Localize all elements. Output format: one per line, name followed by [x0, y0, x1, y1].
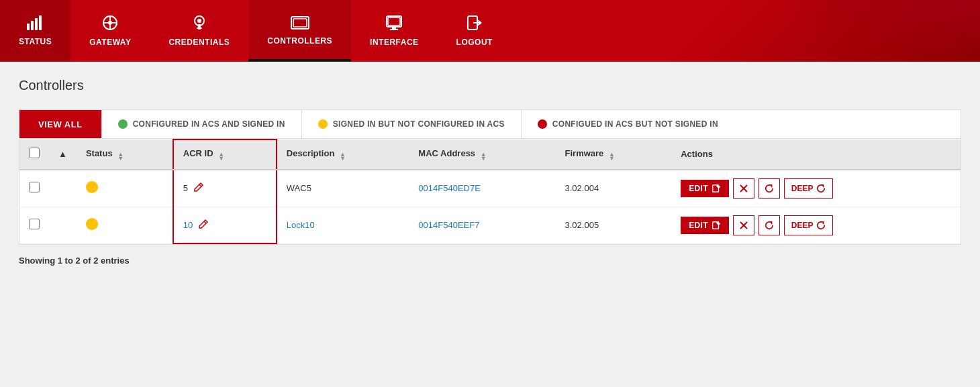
nav-item-gateway[interactable]: GATEWAY: [70, 0, 150, 62]
filter-label-signed-not-configured: SIGNED IN BUT NOT CONFIGURED IN ACS: [333, 119, 505, 129]
svg-rect-12: [293, 19, 307, 27]
td-firmware-0: 3.02.004: [556, 170, 672, 207]
th-status[interactable]: Status ▲▼: [77, 140, 173, 170]
firmware-sort-icon: ▲▼: [609, 152, 615, 161]
edit-button-1[interactable]: EDIT: [681, 217, 729, 234]
td-status-0: [77, 170, 173, 207]
mac-value-1[interactable]: 0014F540EEF7: [418, 220, 479, 230]
table-row: 10 Lock10 0014F54: [19, 207, 961, 243]
delete-button-1[interactable]: [733, 215, 754, 235]
td-checkbox-1: [19, 207, 49, 243]
deep-button-1[interactable]: DEEP: [784, 215, 834, 235]
svg-rect-16: [390, 29, 398, 30]
td-description-1: Lock10: [277, 207, 409, 243]
dot-red-icon: [538, 119, 547, 129]
deep-button-0[interactable]: DEEP: [784, 178, 834, 199]
controllers-table: ▲ Status ▲▼ ACR ID ▲▼ Description ▲▼: [19, 139, 961, 244]
edit-label-0: EDIT: [689, 184, 708, 193]
row-checkbox-0[interactable]: [29, 182, 40, 192]
nav-label-status: STATUS: [19, 37, 52, 46]
td-description-0: WAC5: [277, 170, 409, 207]
table-wrapper: ▲ Status ▲▼ ACR ID ▲▼ Description ▲▼: [19, 139, 961, 245]
reset-button-0[interactable]: [758, 178, 780, 199]
showing-text: Showing 1 to 2 of 2 entries: [19, 256, 961, 266]
master-checkbox[interactable]: [29, 148, 40, 158]
filter-bar: VIEW ALL CONFIGURED IN ACS AND SIGNED IN…: [19, 109, 961, 139]
description-sort-icon: ▲▼: [340, 152, 346, 161]
mac-sort-icon: ▲▼: [481, 152, 487, 161]
firmware-value-1: 3.02.005: [565, 220, 599, 230]
td-status-1: [77, 207, 173, 243]
td-firmware-1: 3.02.005: [556, 207, 672, 243]
acr-edit-icon-0[interactable]: [193, 182, 204, 195]
controllers-icon: [291, 16, 309, 32]
td-actions-1: EDIT: [671, 207, 961, 243]
status-sort-icon: ▲▼: [117, 152, 124, 161]
nav-item-interface[interactable]: INTERFACE: [351, 0, 438, 62]
th-firmware[interactable]: Firmware ▲▼: [556, 140, 672, 170]
edit-button-0[interactable]: EDIT: [681, 180, 729, 197]
filter-segment-signed-not-configured[interactable]: SIGNED IN BUT NOT CONFIGURED IN ACS: [301, 110, 521, 138]
nav-item-logout[interactable]: LOGOUT: [438, 0, 511, 62]
th-acr-id[interactable]: ACR ID ▲▼: [173, 140, 277, 170]
dot-yellow-icon: [318, 119, 328, 129]
sort-up-icon: ▲: [58, 149, 67, 159]
gateway-icon: [102, 15, 118, 34]
td-actions-0: EDIT: [671, 170, 961, 207]
reset-button-1[interactable]: [758, 215, 780, 235]
td-mac-1: 0014F540EEF7: [409, 207, 555, 243]
svg-rect-14: [388, 17, 400, 25]
description-value-0: WAC5: [287, 183, 311, 193]
nav-label-logout: LOGOUT: [456, 38, 493, 47]
th-master-checkbox: [19, 140, 49, 170]
svg-point-7: [108, 21, 112, 25]
deep-label-0: DEEP: [791, 184, 814, 193]
th-sort[interactable]: ▲: [49, 140, 77, 170]
td-empty-1: [49, 207, 77, 243]
td-checkbox-0: [19, 170, 49, 207]
filter-segment-configured-not-signed[interactable]: CONFIGUED IN ACS BUT NOT SIGNED IN: [521, 110, 734, 138]
svg-point-8: [197, 19, 201, 23]
td-mac-0: 0014F540ED7E: [409, 170, 555, 207]
filter-label-configured-signed: CONFIGURED IN ACS AND SIGNED IN: [133, 119, 285, 129]
th-mac-address[interactable]: MAC Address ▲▼: [409, 140, 555, 170]
description-value-1[interactable]: Lock10: [287, 220, 315, 230]
td-empty-0: [49, 170, 77, 207]
nav-item-status[interactable]: STATUS: [0, 0, 70, 62]
td-acrid-1: 10: [173, 207, 277, 243]
acr-edit-icon-1[interactable]: [198, 219, 209, 231]
view-all-button[interactable]: VIEW ALL: [19, 110, 101, 138]
nav-item-credentials[interactable]: CREDENTIALS: [150, 0, 248, 62]
nav-label-interface: INTERFACE: [370, 38, 419, 47]
acr-id-value-1[interactable]: 10: [183, 220, 193, 230]
nav-item-controllers[interactable]: CONTROLLERS: [248, 0, 351, 62]
row-checkbox-1[interactable]: [29, 219, 40, 229]
svg-rect-0: [27, 23, 30, 30]
edit-label-1: EDIT: [689, 221, 708, 230]
firmware-value-0: 3.02.004: [565, 183, 599, 193]
svg-rect-3: [39, 15, 42, 30]
status-dot-0: [86, 181, 98, 193]
nav-bar: STATUS GATEWAY CREDENTIALS: [0, 0, 980, 62]
page-content: Controllers VIEW ALL CONFIGURED IN ACS A…: [0, 62, 980, 387]
page-title: Controllers: [19, 78, 961, 93]
acr-id-value-0: 5: [183, 183, 188, 193]
delete-button-0[interactable]: [733, 178, 754, 199]
td-acrid-0: 5: [173, 170, 277, 207]
interface-icon: [385, 15, 403, 34]
svg-rect-1: [31, 21, 34, 30]
logout-icon: [467, 15, 483, 34]
table-header-row: ▲ Status ▲▼ ACR ID ▲▼ Description ▲▼: [19, 140, 961, 170]
credentials-icon: [192, 15, 207, 34]
nav-label-gateway: GATEWAY: [89, 38, 131, 47]
th-description[interactable]: Description ▲▼: [277, 140, 409, 170]
nav-label-credentials: CREDENTIALS: [168, 38, 230, 47]
svg-rect-2: [35, 18, 38, 30]
svg-rect-10: [197, 27, 202, 29]
mac-value-0[interactable]: 0014F540ED7E: [418, 183, 481, 193]
table-row: 5 WAC5 0014F540ED: [19, 170, 961, 207]
status-dot-1: [86, 218, 98, 230]
nav-label-controllers: CONTROLLERS: [267, 36, 332, 46]
filter-label-configured-not-signed: CONFIGUED IN ACS BUT NOT SIGNED IN: [552, 119, 718, 129]
filter-segment-configured-signed[interactable]: CONFIGURED IN ACS AND SIGNED IN: [101, 110, 301, 138]
